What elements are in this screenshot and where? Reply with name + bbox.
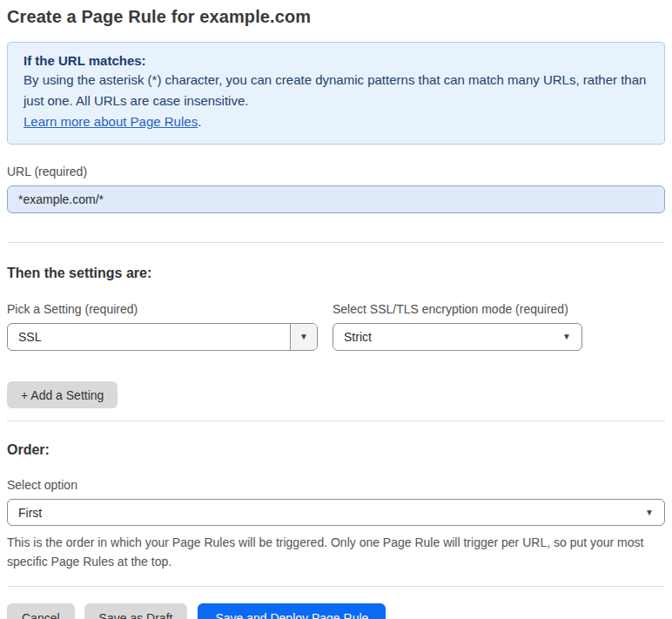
order-help-text: This is the order in which your Page Rul… <box>7 533 658 571</box>
page-rule-form: Create a Page Rule for example.com If th… <box>0 0 672 619</box>
order-value: First <box>8 506 645 520</box>
pick-setting-label: Pick a Setting (required) <box>7 302 318 316</box>
ssl-mode-value: Strict <box>333 330 562 344</box>
ssl-mode-dropdown[interactable]: Strict ▼ <box>333 323 582 351</box>
save-and-deploy-button[interactable]: Save and Deploy Page Rule <box>198 603 386 619</box>
order-dropdown[interactable]: First ▼ <box>7 499 665 526</box>
save-as-draft-button[interactable]: Save as Draft <box>84 603 188 619</box>
learn-more-link[interactable]: Learn more about Page Rules <box>24 114 198 129</box>
order-section-heading: Order: <box>7 442 665 458</box>
url-match-info-box: If the URL matches: By using the asteris… <box>7 42 665 145</box>
url-field-label: URL (required) <box>7 165 665 178</box>
chevron-down-icon: ▼ <box>299 333 308 341</box>
page-title: Create a Page Rule for example.com <box>7 7 665 27</box>
divider <box>7 242 665 243</box>
link-suffix: . <box>198 114 201 129</box>
settings-row: Pick a Setting (required) SSL ▼ Select S… <box>7 302 665 351</box>
ssl-mode-label: Select SSL/TLS encryption mode (required… <box>333 302 582 316</box>
info-link-line: Learn more about Page Rules. <box>24 111 648 132</box>
info-box-heading: If the URL matches: <box>24 53 648 68</box>
settings-section-heading: Then the settings are: <box>7 266 665 281</box>
cancel-button[interactable]: Cancel <box>7 603 75 619</box>
chevron-down-icon: ▼ <box>562 333 581 341</box>
chevron-down-icon: ▼ <box>645 508 664 517</box>
pick-setting-value: SSL <box>8 330 290 344</box>
ssl-mode-column: Select SSL/TLS encryption mode (required… <box>333 302 582 351</box>
divider <box>7 586 665 587</box>
pick-setting-dropdown[interactable]: SSL ▼ <box>7 323 318 351</box>
info-box-body: By using the asterisk (*) character, you… <box>24 70 648 111</box>
pick-setting-column: Pick a Setting (required) SSL ▼ <box>7 302 318 351</box>
order-select-label: Select option <box>7 478 665 492</box>
url-input[interactable] <box>7 185 665 213</box>
divider <box>7 421 665 421</box>
add-setting-button[interactable]: + Add a Setting <box>7 381 118 408</box>
footer-actions: Cancel Save as Draft Save and Deploy Pag… <box>7 603 665 619</box>
pick-setting-arrow-box: ▼ <box>290 324 317 350</box>
